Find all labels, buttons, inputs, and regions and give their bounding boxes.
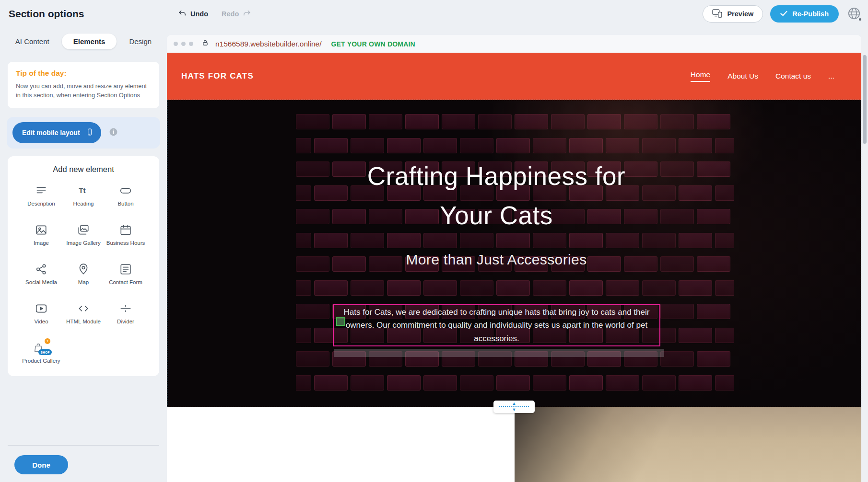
element-button[interactable]: Button — [105, 181, 147, 215]
sidebar-spacer — [0, 376, 167, 445]
add-element-card: Add new element DescriptionTtHeadingButt… — [8, 156, 159, 376]
get-domain-link[interactable]: GET YOUR OWN DOMAIN — [331, 40, 415, 48]
brick — [296, 304, 329, 319]
preview-icon — [712, 9, 722, 19]
undo-button[interactable]: Undo — [178, 9, 208, 19]
brick — [296, 351, 329, 367]
element-image[interactable]: Image — [20, 220, 62, 254]
element-image-gallery[interactable]: Image Gallery — [62, 220, 105, 254]
next-section-white-area[interactable] — [167, 407, 515, 482]
mobile-layout-panel: Edit mobile layout — [7, 117, 160, 149]
site-url[interactable]: n1566589.websitebuilder.online/ — [215, 40, 321, 48]
element-contact-form[interactable]: Contact Form — [105, 259, 147, 294]
undo-label: Undo — [190, 10, 208, 18]
brick — [314, 280, 348, 296]
hero-subheading[interactable]: More than Just Accessories — [167, 252, 825, 268]
hero-paragraph[interactable]: Hats for Cats, we are dedicated to craft… — [339, 306, 655, 345]
element-label: Map — [78, 279, 89, 286]
next-section-photo[interactable] — [515, 407, 861, 482]
brick — [296, 328, 311, 343]
brick — [423, 375, 457, 390]
brick — [423, 280, 457, 296]
redo-icon — [243, 9, 251, 19]
element-social-media[interactable]: Social Media — [20, 259, 62, 294]
element-map[interactable]: Map — [62, 259, 105, 294]
brick — [496, 375, 530, 390]
brick — [642, 280, 676, 296]
element-html-module[interactable]: HTML Module — [62, 298, 105, 333]
element-product-gallery[interactable]: SHOP+Product Gallery — [20, 338, 62, 372]
brick — [569, 280, 603, 296]
topbar: Section options Undo Redo Preview Re-Pub… — [0, 0, 868, 28]
divider-icon — [119, 301, 132, 316]
image-icon — [35, 223, 47, 237]
info-icon — [109, 131, 118, 138]
brick — [351, 280, 384, 296]
preview-button[interactable]: Preview — [703, 5, 763, 23]
brick — [296, 280, 311, 296]
nav-item-home[interactable]: Home — [691, 70, 710, 82]
brick — [715, 328, 734, 343]
window-dots — [174, 42, 193, 46]
hero-heading[interactable]: Crafting Happiness for Your Cats — [343, 157, 650, 235]
product-gallery-icon: SHOP+ — [33, 341, 49, 355]
nav-item-contact-us[interactable]: Contact us — [775, 72, 811, 80]
history-controls: Undo Redo — [178, 0, 251, 28]
element-label: HTML Module — [66, 318, 101, 325]
add-element-grid: DescriptionTtHeadingButtonImageImage Gal… — [8, 181, 159, 372]
element-label: Description — [27, 200, 55, 207]
undo-icon — [178, 9, 187, 19]
element-label: Button — [117, 200, 133, 207]
window-dot — [174, 42, 178, 46]
site-preview-canvas: n1566589.websitebuilder.online/ GET YOUR… — [167, 35, 861, 482]
brick — [387, 280, 421, 296]
social-media-icon — [35, 262, 47, 276]
hero-paragraph-selection[interactable]: Hats for Cats, we are dedicated to craft… — [333, 304, 660, 346]
scrollbar-thumb[interactable] — [863, 55, 867, 144]
resize-down-arrow-icon: ▼ — [512, 408, 516, 412]
tab-ai-content[interactable]: AI Content — [9, 34, 56, 49]
window-dot — [189, 42, 193, 46]
description-icon — [35, 184, 47, 198]
tab-elements[interactable]: Elements — [62, 34, 117, 49]
preview-label: Preview — [727, 10, 753, 18]
tip-title: Tip of the day: — [16, 69, 151, 78]
section-resize-handle[interactable]: ▲ ▼ — [493, 401, 535, 413]
site-logo[interactable]: HATS FOR CATS — [181, 71, 254, 81]
brick — [351, 375, 384, 390]
element-heading[interactable]: TtHeading — [62, 181, 105, 215]
info-button[interactable] — [109, 127, 118, 138]
nav-item-more[interactable]: ... — [828, 72, 834, 80]
republish-button[interactable]: Re-Publish — [770, 5, 839, 23]
resize-up-arrow-icon: ▲ — [512, 402, 516, 406]
brick — [660, 351, 694, 367]
done-button[interactable]: Done — [14, 455, 68, 474]
button-icon — [119, 184, 132, 198]
hero-section-selected[interactable]: Crafting Happiness for Your Cats More th… — [167, 100, 861, 407]
redo-label: Redo — [222, 10, 239, 18]
site-nav: HomeAbout UsContact us... — [691, 70, 834, 82]
brick-row — [296, 280, 734, 296]
brick — [679, 375, 712, 390]
tab-design[interactable]: Design — [122, 34, 158, 49]
element-business-hours[interactable]: Business Hours — [105, 220, 147, 254]
element-label: Image Gallery — [66, 240, 101, 247]
sidebar-divider — [8, 445, 159, 446]
brick — [679, 328, 712, 343]
redo-button[interactable]: Redo — [222, 9, 251, 19]
brick — [642, 375, 676, 390]
element-divider[interactable]: Divider — [105, 298, 147, 333]
element-video[interactable]: Video — [20, 298, 62, 333]
element-description[interactable]: Description — [20, 181, 62, 215]
globe-dot — [859, 18, 861, 21]
brick — [314, 375, 348, 390]
site-header[interactable]: HATS FOR CATS HomeAbout UsContact us... — [167, 53, 861, 100]
brick — [387, 375, 421, 390]
section-options-sidebar: AI Content Elements Design Tip of the da… — [0, 28, 167, 482]
nav-item-about-us[interactable]: About Us — [727, 72, 758, 80]
green-selection-handle[interactable] — [336, 317, 345, 326]
brick — [679, 280, 712, 296]
edit-mobile-layout-button[interactable]: Edit mobile layout — [12, 122, 101, 143]
brick — [296, 375, 311, 390]
language-globe-button[interactable] — [846, 6, 862, 22]
